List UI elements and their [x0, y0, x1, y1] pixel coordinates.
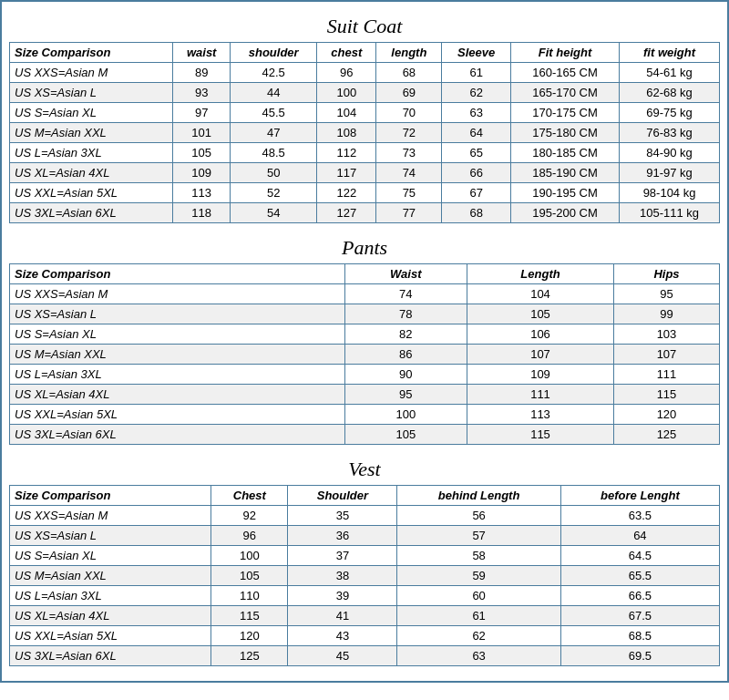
table-cell: 74: [344, 284, 467, 304]
suit-coat-title: Suit Coat: [9, 9, 720, 42]
table-cell: US S=Asian XL: [10, 103, 173, 123]
table-row: US XL=Asian 4XL95111115: [10, 385, 720, 405]
table-cell: 105: [344, 425, 467, 445]
table-cell: 86: [344, 345, 467, 365]
table-cell: 50: [231, 163, 317, 183]
table-cell: 118: [173, 203, 231, 223]
table-cell: 38: [288, 566, 397, 586]
table-row: US M=Asian XXL101471087264175-180 CM76-8…: [10, 123, 720, 143]
table-cell: US 3XL=Asian 6XL: [10, 646, 211, 666]
table-cell: 70: [376, 103, 442, 123]
table-cell: 112: [317, 143, 376, 163]
table-cell: 115: [211, 606, 288, 626]
table-cell: 125: [211, 646, 288, 666]
table-cell: 180-185 CM: [510, 143, 619, 163]
table-cell: 105-111 kg: [620, 203, 720, 223]
table-cell: 170-175 CM: [510, 103, 619, 123]
table-cell: US XL=Asian 4XL: [10, 385, 345, 405]
table-cell: 44: [231, 83, 317, 103]
table-cell: 59: [397, 566, 560, 586]
table-cell: 195-200 CM: [510, 203, 619, 223]
table-cell: 96: [211, 526, 288, 546]
table-cell: 105: [173, 143, 231, 163]
table-row: US XXS=Asian M8942.5966861160-165 CM54-6…: [10, 63, 720, 83]
table-cell: 113: [173, 183, 231, 203]
table-cell: US S=Asian XL: [10, 546, 211, 566]
table-cell: 64.5: [560, 546, 719, 566]
table-cell: 72: [376, 123, 442, 143]
table-cell: 120: [211, 626, 288, 646]
table-cell: US XS=Asian L: [10, 83, 173, 103]
column-header: before Lenght: [560, 486, 719, 506]
suit-coat-table: Size ComparisonwaistshoulderchestlengthS…: [9, 42, 720, 223]
table-cell: 100: [344, 405, 467, 425]
table-cell: 45.5: [231, 103, 317, 123]
table-cell: 95: [344, 385, 467, 405]
table-cell: 109: [173, 163, 231, 183]
table-cell: 98-104 kg: [620, 183, 720, 203]
table-cell: 58: [397, 546, 560, 566]
table-cell: 92: [211, 506, 288, 526]
column-header: behind Length: [397, 486, 560, 506]
table-row: US XS=Asian L7810599: [10, 304, 720, 324]
table-cell: 63: [442, 103, 510, 123]
table-cell: 66.5: [560, 586, 719, 606]
table-cell: 125: [613, 425, 719, 445]
table-cell: 108: [317, 123, 376, 143]
table-cell: US XXL=Asian 5XL: [10, 626, 211, 646]
table-cell: 107: [613, 345, 719, 365]
table-row: US 3XL=Asian 6XL118541277768195-200 CM10…: [10, 203, 720, 223]
table-row: US XXL=Asian 5XL120436268.5: [10, 626, 720, 646]
table-cell: US M=Asian XXL: [10, 566, 211, 586]
table-cell: 67: [442, 183, 510, 203]
table-cell: 41: [288, 606, 397, 626]
table-cell: 68.5: [560, 626, 719, 646]
table-cell: 67.5: [560, 606, 719, 626]
table-cell: 82: [344, 324, 467, 345]
table-cell: US 3XL=Asian 6XL: [10, 203, 173, 223]
table-cell: US XS=Asian L: [10, 304, 345, 324]
vest-table: Size ComparisonChestShoulderbehind Lengt…: [9, 485, 720, 666]
table-row: US XL=Asian 4XL115416167.5: [10, 606, 720, 626]
table-cell: 109: [467, 365, 614, 385]
table-cell: 63.5: [560, 506, 719, 526]
table-cell: 185-190 CM: [510, 163, 619, 183]
table-cell: 56: [397, 506, 560, 526]
table-cell: 89: [173, 63, 231, 83]
column-header: shoulder: [231, 43, 317, 63]
table-cell: 48.5: [231, 143, 317, 163]
table-cell: 160-165 CM: [510, 63, 619, 83]
column-header: fit weight: [620, 43, 720, 63]
column-header: Chest: [211, 486, 288, 506]
table-cell: 36: [288, 526, 397, 546]
table-cell: 110: [211, 586, 288, 606]
table-cell: US S=Asian XL: [10, 324, 345, 345]
table-cell: 95: [613, 284, 719, 304]
table-cell: 47: [231, 123, 317, 143]
table-cell: US L=Asian 3XL: [10, 365, 345, 385]
table-cell: 103: [613, 324, 719, 345]
table-cell: 39: [288, 586, 397, 606]
table-row: US XS=Asian L93441006962165-170 CM62-68 …: [10, 83, 720, 103]
table-cell: 78: [344, 304, 467, 324]
table-cell: 66: [442, 163, 510, 183]
table-cell: 120: [613, 405, 719, 425]
table-cell: 61: [442, 63, 510, 83]
table-row: US 3XL=Asian 6XL125456369.5: [10, 646, 720, 666]
table-cell: 106: [467, 324, 614, 345]
column-header: Waist: [344, 264, 467, 284]
table-cell: US XL=Asian 4XL: [10, 163, 173, 183]
table-cell: 165-170 CM: [510, 83, 619, 103]
table-cell: 62-68 kg: [620, 83, 720, 103]
table-cell: US 3XL=Asian 6XL: [10, 425, 345, 445]
table-row: US M=Asian XXL105385965.5: [10, 566, 720, 586]
table-cell: 76-83 kg: [620, 123, 720, 143]
column-header: Hips: [613, 264, 719, 284]
table-cell: 62: [442, 83, 510, 103]
table-cell: 69: [376, 83, 442, 103]
table-cell: US L=Asian 3XL: [10, 586, 211, 606]
table-cell: 105: [467, 304, 614, 324]
table-cell: 91-97 kg: [620, 163, 720, 183]
table-cell: 105: [211, 566, 288, 586]
table-cell: 104: [317, 103, 376, 123]
